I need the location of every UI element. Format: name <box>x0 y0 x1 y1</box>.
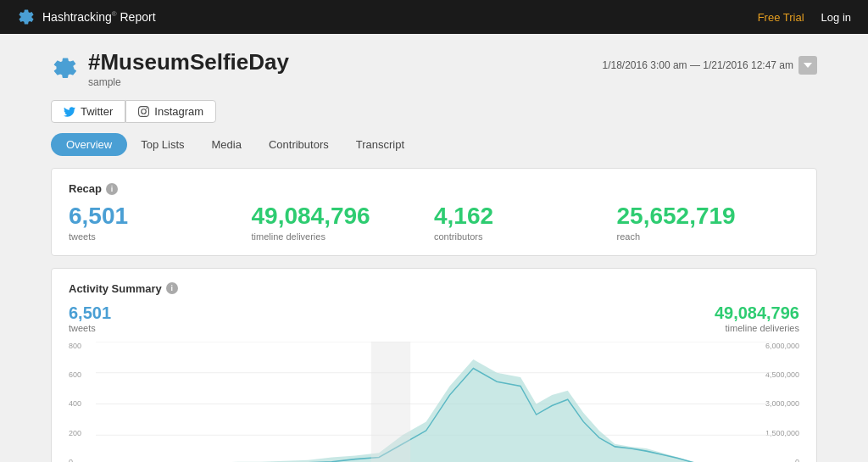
y-axis-left: 0 200 400 600 800 <box>69 342 85 462</box>
activity-chart: 0 200 400 600 800 0 1,500,000 3,000,000 … <box>69 342 799 462</box>
sub-nav-media[interactable]: Media <box>198 133 255 156</box>
activity-deliveries-label: timeline deliveries <box>715 323 799 333</box>
y-label-800: 800 <box>69 342 81 350</box>
stat-contributors-value: 4,162 <box>434 203 617 230</box>
hashtag-info: #MuseumSelfieDay sample <box>88 49 289 88</box>
activity-header: 6,501 tweets 49,084,796 timeline deliver… <box>69 303 799 333</box>
stat-deliveries-value: 49,084,796 <box>252 203 435 230</box>
stat-tweets: 6,501 tweets <box>69 203 252 242</box>
svg-marker-5 <box>96 359 772 462</box>
stat-deliveries: 49,084,796 timeline deliveries <box>252 203 435 242</box>
hashtag-settings-icon <box>51 53 80 81</box>
top-nav: Hashtracking® Report Free Trial Log in <box>0 0 868 34</box>
activity-tweets-value: 6,501 <box>69 303 111 323</box>
stat-reach: 25,652,719 reach <box>617 203 800 242</box>
chart-svg <box>96 342 772 462</box>
activity-tweets: 6,501 tweets <box>69 303 111 333</box>
logo-text: Hashtracking® Report <box>42 10 156 24</box>
y-label-600: 600 <box>69 370 81 379</box>
sub-nav-overview[interactable]: Overview <box>51 133 127 156</box>
activity-info-icon[interactable]: i <box>166 282 178 294</box>
tab-instagram[interactable]: Instagram <box>125 100 216 123</box>
twitter-icon <box>64 107 75 117</box>
date-range-dropdown[interactable] <box>798 56 817 75</box>
tab-twitter[interactable]: Twitter <box>51 100 125 123</box>
stat-reach-label: reach <box>617 231 800 242</box>
stat-contributors-label: contributors <box>434 231 617 242</box>
stat-tweets-label: tweets <box>69 231 252 242</box>
y-label-200: 200 <box>69 429 81 437</box>
sub-nav-contributors[interactable]: Contributors <box>255 133 342 156</box>
recap-title: Recap i <box>69 182 799 195</box>
hashtag-section: #MuseumSelfieDay sample <box>51 49 289 88</box>
y-label-400: 400 <box>69 399 81 408</box>
activity-tweets-label: tweets <box>69 323 111 333</box>
activity-deliveries: 49,084,796 timeline deliveries <box>715 303 799 333</box>
hashtag-title: #MuseumSelfieDay <box>88 49 289 75</box>
sub-nav-transcript[interactable]: Transcript <box>342 133 418 156</box>
gear-icon <box>17 8 36 26</box>
stat-tweets-value: 6,501 <box>69 203 252 230</box>
twitter-tab-label: Twitter <box>81 105 113 118</box>
nav-right: Free Trial Log in <box>758 11 851 24</box>
platform-tabs: Twitter Instagram <box>51 100 817 123</box>
login-link[interactable]: Log in <box>821 11 851 24</box>
stat-contributors: 4,162 contributors <box>434 203 617 242</box>
header-row: #MuseumSelfieDay sample 1/18/2016 3:00 a… <box>51 49 817 88</box>
activity-card: Activity Summary i 6,501 tweets 49,084,7… <box>51 268 817 462</box>
logo: Hashtracking® Report <box>17 8 156 26</box>
date-range-text: 1/18/2016 3:00 am — 1/21/2016 12:47 am <box>603 59 794 71</box>
stat-reach-value: 25,652,719 <box>617 203 800 230</box>
recap-info-icon[interactable]: i <box>106 183 118 195</box>
svg-rect-6 <box>371 342 410 462</box>
sub-nav-top-lists[interactable]: Top Lists <box>127 133 198 156</box>
recap-stats: 6,501 tweets 49,084,796 timeline deliver… <box>69 203 799 242</box>
y-label-0: 0 <box>69 458 81 462</box>
hashtag-subtitle: sample <box>88 76 289 88</box>
page-content: #MuseumSelfieDay sample 1/18/2016 3:00 a… <box>0 34 868 462</box>
free-trial-link[interactable]: Free Trial <box>758 11 804 24</box>
date-range-section: 1/18/2016 3:00 am — 1/21/2016 12:47 am <box>603 56 818 75</box>
activity-deliveries-value: 49,084,796 <box>715 303 799 323</box>
activity-title: Activity Summary i <box>69 282 799 295</box>
instagram-icon <box>138 106 149 117</box>
chevron-down-icon <box>804 63 812 68</box>
instagram-tab-label: Instagram <box>154 105 203 118</box>
stat-deliveries-label: timeline deliveries <box>252 231 435 242</box>
recap-card: Recap i 6,501 tweets 49,084,796 timeline… <box>51 168 817 256</box>
sub-nav: Overview Top Lists Media Contributors Tr… <box>51 133 817 156</box>
